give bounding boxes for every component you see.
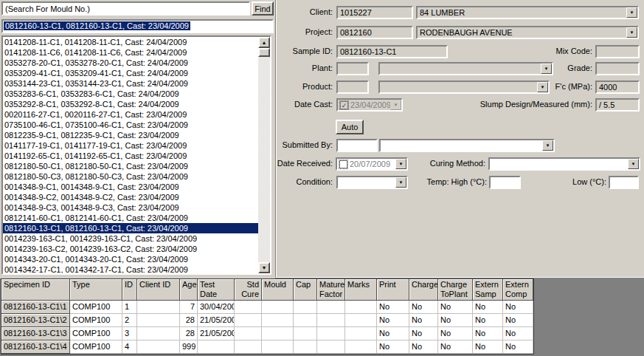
mould-list-item[interactable]: 0014239-163-C1, 0014239-163-C1, Cast: 23… [3, 233, 258, 244]
specimen-cell[interactable] [235, 314, 262, 327]
mould-list-item[interactable]: 0141192-65-C1, 0141192-65-C1, Cast: 23/0… [3, 151, 258, 161]
specimen-cell[interactable] [345, 314, 377, 327]
mould-list-item[interactable]: 0353278-20-C1, 0353278-20-C1, Cast: 24/0… [3, 58, 258, 68]
dropdown-arrow-icon[interactable]: ▼ [628, 159, 639, 169]
temp-low-field[interactable] [609, 176, 639, 189]
specimen-cell[interactable]: No [473, 301, 503, 314]
specimen-cell[interactable]: No [438, 327, 473, 340]
client-name-combo[interactable]: 84 LUMBER ▼ [416, 6, 639, 19]
mould-list-item[interactable]: 0014348-9-C2, 0014348-9-C2, Cast: 23/04/… [3, 192, 258, 202]
specimen-cell[interactable]: No [503, 314, 533, 327]
specimen-cell[interactable]: No [409, 301, 438, 314]
specimen-cell[interactable]: 2 [122, 314, 137, 327]
specimen-cell[interactable] [235, 301, 262, 314]
specimen-cell[interactable] [137, 314, 180, 327]
specimen-cell[interactable] [345, 301, 377, 314]
specimen-cell[interactable]: COMP100 [70, 314, 122, 327]
specimen-cell[interactable]: 7 [180, 301, 198, 314]
specimen-cell[interactable] [317, 301, 345, 314]
specimen-cell[interactable]: 21/05/2009 [198, 327, 235, 340]
specimen-cell[interactable] [198, 340, 235, 354]
mould-list-item[interactable]: 0735100-46-C1, 0735100-46-C1, Cast: 23/0… [3, 120, 258, 130]
specimen-cell[interactable]: No [473, 340, 503, 354]
specimen-cell[interactable]: 1 [122, 301, 137, 314]
date-received-checkbox[interactable] [339, 160, 347, 168]
mould-list-item[interactable]: 0014348-9-C3, 0014348-9-C3, Cast: 23/04/… [3, 202, 258, 213]
specimen-cell[interactable]: No [473, 314, 503, 327]
mould-list-item[interactable]: 0353209-41-C1, 0353209-41-C1, Cast: 24/0… [3, 68, 258, 78]
project-code-field[interactable]: 0812160 [336, 26, 413, 39]
specimen-cell[interactable]: No [377, 327, 409, 340]
specimen-cell[interactable]: 21/05/2009 [198, 314, 235, 327]
sample-id-field[interactable]: 0812160-13-C1 [336, 45, 448, 58]
specimen-cell[interactable] [294, 340, 317, 354]
dropdown-arrow-icon[interactable]: ▼ [626, 27, 637, 38]
auto-button[interactable]: Auto [336, 120, 364, 134]
submitted-by-combo[interactable]: ▼ [379, 139, 555, 152]
specimen-cell[interactable]: 3 [122, 327, 137, 340]
specimen-cell[interactable]: No [438, 314, 473, 327]
list-scrollbar[interactable]: ▲ ▼ [258, 37, 270, 273]
specimen-row-header[interactable]: 0812160-13-C1\3 [1, 327, 70, 340]
mould-list-item[interactable]: 0353144-23-C1, 0353144-23-C1, Cast: 24/0… [3, 78, 258, 89]
specimen-cell[interactable]: 999 [180, 340, 198, 354]
mould-list-item[interactable]: 0141208-11-C1, 0141208-11-C1, Cast: 24/0… [3, 37, 258, 47]
specimen-cell[interactable]: No [503, 327, 533, 340]
specimen-cell[interactable]: 28 [180, 327, 198, 340]
scroll-down-icon[interactable]: ▼ [258, 262, 270, 273]
specimen-cell[interactable]: No [438, 340, 473, 354]
specimen-cell[interactable] [262, 327, 294, 340]
specimen-cell[interactable] [317, 340, 345, 354]
curing-method-combo[interactable]: ▼ [488, 157, 640, 171]
specimen-cell[interactable] [345, 327, 377, 340]
specimen-cell[interactable]: 4 [122, 340, 137, 354]
specimen-cell[interactable] [262, 301, 294, 314]
specimen-cell[interactable]: No [438, 301, 473, 314]
dropdown-arrow-icon[interactable]: ▼ [542, 140, 553, 151]
client-code-field[interactable]: 1015227 [336, 6, 413, 19]
specimen-cell[interactable]: No [409, 340, 438, 354]
mould-list-item[interactable]: 0014239-163-C2, 0014239-163-C2, Cast: 23… [3, 244, 258, 254]
mould-list-item[interactable]: 0812235-9-C1, 0812235-9-C1, Cast: 23/04/… [3, 130, 258, 140]
mould-list-item[interactable]: 0014342-17-C1, 0014342-17-C1, Cast: 23/0… [3, 264, 258, 273]
mould-list-item[interactable]: 0014348-9-C1, 0014348-9-C1, Cast: 23/04/… [3, 182, 258, 192]
specimen-cell[interactable] [137, 327, 180, 340]
plant-code-field[interactable] [336, 62, 369, 75]
search-input[interactable] [1, 1, 250, 16]
mould-list-item[interactable]: 0812141-60-C1, 0812141-60-C1, Cast: 23/0… [3, 213, 258, 223]
mould-list-item[interactable]: 0812160-13-C1, 0812160-13-C1, Cast: 23/0… [3, 223, 258, 233]
specimen-cell[interactable] [294, 301, 317, 314]
specimen-cell[interactable]: No [409, 327, 438, 340]
specimen-cell[interactable] [235, 340, 262, 354]
specimen-cell[interactable] [294, 327, 317, 340]
grade-field[interactable] [595, 62, 640, 75]
mould-list-item[interactable]: 0141208-11-C6, 0141208-11-C6, Cast: 24/0… [3, 47, 258, 58]
specimen-cell[interactable] [137, 301, 180, 314]
mould-list-item[interactable]: 0353283-6-C1, 0353283-6-C1, Cast: 24/04/… [3, 89, 258, 99]
specimen-cell[interactable]: COMP100 [70, 301, 122, 314]
specimen-cell[interactable] [317, 327, 345, 340]
slump-field[interactable]: / 5.5 [595, 98, 640, 112]
mould-list-item[interactable]: 0020116-27-C1, 0020116-27-C1, Cast: 23/0… [3, 109, 258, 120]
specimen-cell[interactable] [345, 340, 377, 354]
specimen-cell[interactable] [317, 314, 345, 327]
specimen-cell[interactable]: 30/04/2009 [198, 301, 235, 314]
specimen-cell[interactable]: 28 [180, 314, 198, 327]
mould-list-item[interactable]: 0812180-50-C1, 0812180-50-C1, Cast: 23/0… [3, 161, 258, 171]
specimen-cell[interactable]: No [377, 314, 409, 327]
specimen-cell[interactable] [262, 340, 294, 354]
mould-list-item[interactable]: 0812180-50-C3, 0812180-50-C3, Cast: 23/0… [3, 171, 258, 182]
specimen-cell[interactable] [294, 314, 317, 327]
specimen-cell[interactable]: COMP100 [70, 340, 122, 354]
specimen-row-header[interactable]: 0812160-13-C1\4 [1, 340, 70, 354]
project-name-combo[interactable]: RODENBAUGH AVENUE ▼ [416, 26, 639, 39]
submitted-by-code-field[interactable] [336, 139, 378, 152]
fc-field[interactable]: 4000 [595, 81, 640, 94]
mould-list-item[interactable]: 0353292-8-C1, 0353292-8-C1, Cast: 24/04/… [3, 99, 258, 109]
product-code-field[interactable] [336, 81, 369, 94]
specimen-row-header[interactable]: 0812160-13-C1\1 [1, 301, 70, 314]
mould-list-item[interactable]: 0014343-20-C1, 0014343-20-C1, Cast: 23/0… [3, 254, 258, 264]
specimen-row-header[interactable]: 0812160-13-C1\2 [1, 314, 70, 327]
specimen-cell[interactable]: No [409, 314, 438, 327]
specimen-cell[interactable]: COMP100 [70, 327, 122, 340]
